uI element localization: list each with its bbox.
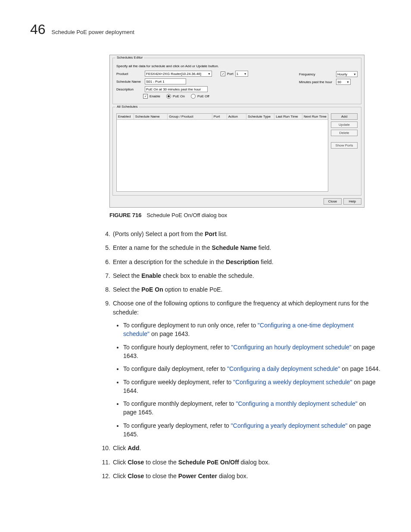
all-schedules-fieldset: All Schedules Enabled Schedule Name Grou… (112, 107, 361, 196)
step-9-lead: Choose one of the following options to c… (113, 300, 369, 315)
step-11: Click Close to close the Schedule PoE On… (99, 458, 381, 467)
step-6: Enter a description for the schedule in … (99, 258, 381, 266)
all-schedules-legend: All Schedules (115, 105, 139, 109)
table-header-row: Enabled Schedule Name Group / Product Po… (117, 114, 328, 120)
schedules-table[interactable]: Enabled Schedule Name Group / Product Po… (116, 113, 328, 192)
dialog-footer: Close Help (112, 198, 361, 205)
description-value: PoE On at 30 minutes past the hour (146, 87, 201, 91)
help-button[interactable]: Help (343, 198, 361, 205)
delete-button[interactable]: Delete (331, 130, 358, 136)
step-10: Click Add. (99, 444, 381, 452)
description-label: Description (116, 87, 143, 91)
link-daily[interactable]: "Configuring a daily deployment schedule… (227, 365, 340, 372)
link-weekly[interactable]: "Configuring a weekly deployment schedul… (233, 379, 352, 386)
step-9-sublist: To configure deployment to run only once… (123, 321, 381, 439)
enable-label: Enable (149, 94, 160, 98)
port-checkbox-label: Port (227, 72, 234, 76)
instruction-list: (Ports only) Select a port from the Port… (99, 230, 381, 480)
minutes-value: 30 (337, 80, 341, 84)
update-button[interactable]: Update (331, 121, 358, 128)
col-last-run[interactable]: Last Run Time (274, 114, 302, 119)
editor-legend: Schedules Editor (115, 56, 144, 59)
chapter-title: Schedule PoE power deployment (52, 29, 134, 35)
table-button-column: Add Update Delete Show Ports (331, 113, 358, 192)
frequency-value: Hourly (337, 72, 347, 76)
schedule-name-input[interactable]: S01 - Port 1 (145, 78, 186, 84)
schedule-name-value: S01 - Port 1 (146, 80, 165, 84)
step-4: (Ports only) Select a port from the Port… (99, 230, 381, 238)
sub-item: To configure yearly deployment, refer to… (123, 421, 381, 439)
product-label: Product (116, 72, 143, 76)
schedules-editor-fieldset: Schedules Editor Specify all the data fo… (112, 58, 361, 104)
col-enabled[interactable]: Enabled (117, 114, 134, 119)
frequency-label: Frequency (299, 72, 333, 76)
sub-item: To configure daily deployment, refer to … (123, 364, 381, 373)
step-7: Select the Enable check box to enable th… (99, 271, 381, 280)
figure-caption: FIGURE 716Schedule PoE On/Off dialog box (109, 212, 381, 218)
step-12: Click Close to close the Power Center di… (99, 472, 381, 480)
chevron-down-icon: ▼ (244, 72, 247, 75)
schedule-name-label: Schedule Name (116, 80, 143, 84)
step-9: Choose one of the following options to c… (99, 299, 381, 439)
port-checkbox[interactable]: ✓ (221, 72, 225, 76)
product-combo[interactable]: FESX424+2XG Router[10.24.36.46]▼ (145, 71, 212, 77)
col-group-product[interactable]: Group / Product (168, 114, 212, 119)
close-button[interactable]: Close (324, 198, 342, 205)
figure-caption-text: Schedule PoE On/Off dialog box (146, 212, 227, 218)
editor-instruction: Specify all the data for schedule and cl… (116, 64, 358, 68)
description-input[interactable]: PoE On at 30 minutes past the hour (145, 86, 208, 92)
step-5: Enter a name for the schedule in the Sch… (99, 243, 381, 252)
poe-on-label: PoE On (173, 94, 185, 98)
chevron-down-icon: ▼ (346, 81, 349, 84)
schedule-poe-dialog: Schedules Editor Specify all the data fo… (109, 55, 364, 208)
col-action[interactable]: Action (227, 114, 247, 119)
poe-off-radio[interactable] (191, 94, 196, 99)
col-schedule-name[interactable]: Schedule Name (134, 114, 168, 119)
col-next-run[interactable]: Next Run Time (302, 114, 328, 119)
sub-item: To configure hourly deployment, refer to… (123, 343, 381, 361)
sub-item: To configure monthly deployment, refer t… (123, 399, 381, 417)
step-8: Select the PoE On option to enable PoE. (99, 285, 381, 294)
chapter-number: 46 (30, 22, 46, 37)
enable-checkbox[interactable]: ✓ (143, 94, 148, 99)
chevron-down-icon: ▼ (208, 72, 211, 75)
product-value: FESX424+2XG Router[10.24.36.46] (146, 72, 201, 76)
poe-on-radio[interactable] (166, 94, 171, 99)
minutes-combo[interactable]: 30▼ (336, 79, 351, 85)
add-button[interactable]: Add (331, 113, 358, 120)
frequency-block: Frequency Hourly▼ Minutes past the hour … (299, 71, 358, 87)
figure-number: FIGURE 716 (109, 212, 141, 218)
show-ports-button[interactable]: Show Ports (331, 142, 358, 149)
running-header: 46 Schedule PoE power deployment (30, 22, 381, 37)
frequency-combo[interactable]: Hourly▼ (336, 71, 358, 77)
col-schedule-type[interactable]: Schedule Type (246, 114, 274, 119)
port-value: 1 (237, 72, 238, 76)
link-monthly[interactable]: "Configuring a monthly deployment schedu… (236, 400, 357, 407)
port-combo[interactable]: 1▼ (235, 71, 248, 77)
link-hourly[interactable]: "Configuring an hourly deployment schedu… (231, 344, 352, 351)
sub-item: To configure deployment to run only once… (123, 321, 381, 339)
link-yearly[interactable]: "Configuring a yearly deployment schedul… (231, 422, 348, 429)
poe-off-label: PoE Off (197, 94, 209, 98)
sub-item: To configure weekly deployment, refer to… (123, 378, 381, 395)
chevron-down-icon: ▼ (353, 73, 356, 76)
minutes-label: Minutes past the hour (299, 80, 333, 84)
col-port[interactable]: Port (212, 114, 227, 119)
